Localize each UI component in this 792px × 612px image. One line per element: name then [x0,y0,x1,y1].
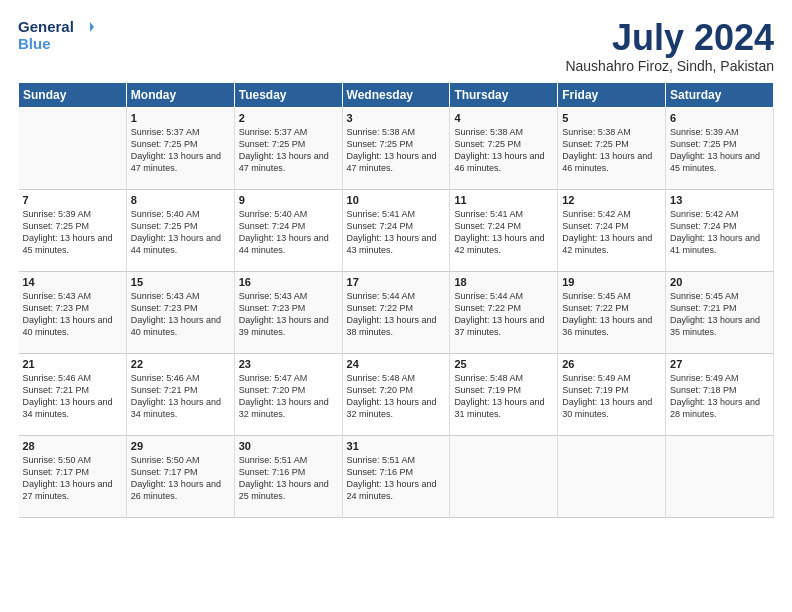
cell-daylight-info: Sunrise: 5:41 AM Sunset: 7:24 PM Dayligh… [347,208,446,257]
cell-daylight-info: Sunrise: 5:51 AM Sunset: 7:16 PM Dayligh… [239,454,338,503]
cell-daylight-info: Sunrise: 5:46 AM Sunset: 7:21 PM Dayligh… [131,372,230,421]
day-number: 27 [670,358,769,370]
logo-arrow-icon [76,18,94,36]
day-number: 11 [454,194,553,206]
day-number: 6 [670,112,769,124]
calendar-week-row: 21Sunrise: 5:46 AM Sunset: 7:21 PM Dayli… [19,353,774,435]
table-row: 31Sunrise: 5:51 AM Sunset: 7:16 PM Dayli… [342,435,450,517]
cell-daylight-info: Sunrise: 5:43 AM Sunset: 7:23 PM Dayligh… [131,290,230,339]
cell-daylight-info: Sunrise: 5:38 AM Sunset: 7:25 PM Dayligh… [347,126,446,175]
day-number: 15 [131,276,230,288]
col-monday: Monday [126,82,234,107]
title-block: July 2024 Naushahro Firoz, Sindh, Pakist… [565,18,774,74]
col-tuesday: Tuesday [234,82,342,107]
logo-text-general: General [18,19,74,36]
cell-daylight-info: Sunrise: 5:50 AM Sunset: 7:17 PM Dayligh… [23,454,122,503]
day-number: 2 [239,112,338,124]
cell-daylight-info: Sunrise: 5:49 AM Sunset: 7:18 PM Dayligh… [670,372,769,421]
cell-daylight-info: Sunrise: 5:40 AM Sunset: 7:24 PM Dayligh… [239,208,338,257]
table-row: 13Sunrise: 5:42 AM Sunset: 7:24 PM Dayli… [666,189,774,271]
cell-daylight-info: Sunrise: 5:45 AM Sunset: 7:21 PM Dayligh… [670,290,769,339]
page-title: July 2024 [565,18,774,58]
day-number: 14 [23,276,122,288]
day-number: 10 [347,194,446,206]
day-number: 21 [23,358,122,370]
table-row: 8Sunrise: 5:40 AM Sunset: 7:25 PM Daylig… [126,189,234,271]
calendar-week-row: 1Sunrise: 5:37 AM Sunset: 7:25 PM Daylig… [19,107,774,189]
table-row: 9Sunrise: 5:40 AM Sunset: 7:24 PM Daylig… [234,189,342,271]
cell-daylight-info: Sunrise: 5:42 AM Sunset: 7:24 PM Dayligh… [670,208,769,257]
table-row [558,435,666,517]
cell-daylight-info: Sunrise: 5:39 AM Sunset: 7:25 PM Dayligh… [23,208,122,257]
calendar-week-row: 28Sunrise: 5:50 AM Sunset: 7:17 PM Dayli… [19,435,774,517]
table-row: 19Sunrise: 5:45 AM Sunset: 7:22 PM Dayli… [558,271,666,353]
day-number: 3 [347,112,446,124]
day-number: 28 [23,440,122,452]
table-row: 20Sunrise: 5:45 AM Sunset: 7:21 PM Dayli… [666,271,774,353]
day-number: 12 [562,194,661,206]
table-row: 5Sunrise: 5:38 AM Sunset: 7:25 PM Daylig… [558,107,666,189]
table-row [666,435,774,517]
table-row: 17Sunrise: 5:44 AM Sunset: 7:22 PM Dayli… [342,271,450,353]
table-row: 7Sunrise: 5:39 AM Sunset: 7:25 PM Daylig… [19,189,127,271]
cell-daylight-info: Sunrise: 5:44 AM Sunset: 7:22 PM Dayligh… [454,290,553,339]
cell-daylight-info: Sunrise: 5:42 AM Sunset: 7:24 PM Dayligh… [562,208,661,257]
table-row: 28Sunrise: 5:50 AM Sunset: 7:17 PM Dayli… [19,435,127,517]
day-number: 1 [131,112,230,124]
col-sunday: Sunday [19,82,127,107]
col-thursday: Thursday [450,82,558,107]
cell-daylight-info: Sunrise: 5:50 AM Sunset: 7:17 PM Dayligh… [131,454,230,503]
col-wednesday: Wednesday [342,82,450,107]
cell-daylight-info: Sunrise: 5:40 AM Sunset: 7:25 PM Dayligh… [131,208,230,257]
table-row: 10Sunrise: 5:41 AM Sunset: 7:24 PM Dayli… [342,189,450,271]
day-number: 8 [131,194,230,206]
cell-daylight-info: Sunrise: 5:39 AM Sunset: 7:25 PM Dayligh… [670,126,769,175]
table-row: 2Sunrise: 5:37 AM Sunset: 7:25 PM Daylig… [234,107,342,189]
logo: General Blue [18,18,94,53]
day-number: 31 [347,440,446,452]
svg-marker-0 [80,22,94,32]
page: General Blue July 2024 Naushahro Firoz, … [0,0,792,612]
cell-daylight-info: Sunrise: 5:43 AM Sunset: 7:23 PM Dayligh… [239,290,338,339]
table-row: 1Sunrise: 5:37 AM Sunset: 7:25 PM Daylig… [126,107,234,189]
day-number: 19 [562,276,661,288]
day-number: 23 [239,358,338,370]
cell-daylight-info: Sunrise: 5:44 AM Sunset: 7:22 PM Dayligh… [347,290,446,339]
page-subtitle: Naushahro Firoz, Sindh, Pakistan [565,58,774,74]
day-number: 22 [131,358,230,370]
table-row: 29Sunrise: 5:50 AM Sunset: 7:17 PM Dayli… [126,435,234,517]
header-row: Sunday Monday Tuesday Wednesday Thursday… [19,82,774,107]
table-row: 25Sunrise: 5:48 AM Sunset: 7:19 PM Dayli… [450,353,558,435]
cell-daylight-info: Sunrise: 5:37 AM Sunset: 7:25 PM Dayligh… [239,126,338,175]
day-number: 29 [131,440,230,452]
col-friday: Friday [558,82,666,107]
calendar-week-row: 14Sunrise: 5:43 AM Sunset: 7:23 PM Dayli… [19,271,774,353]
table-row: 23Sunrise: 5:47 AM Sunset: 7:20 PM Dayli… [234,353,342,435]
cell-daylight-info: Sunrise: 5:45 AM Sunset: 7:22 PM Dayligh… [562,290,661,339]
table-row: 27Sunrise: 5:49 AM Sunset: 7:18 PM Dayli… [666,353,774,435]
table-row [450,435,558,517]
cell-daylight-info: Sunrise: 5:48 AM Sunset: 7:19 PM Dayligh… [454,372,553,421]
logo-text-blue: Blue [18,36,94,53]
table-row: 16Sunrise: 5:43 AM Sunset: 7:23 PM Dayli… [234,271,342,353]
day-number: 13 [670,194,769,206]
logo-container: General Blue [18,18,94,53]
table-row: 24Sunrise: 5:48 AM Sunset: 7:20 PM Dayli… [342,353,450,435]
day-number: 17 [347,276,446,288]
calendar-week-row: 7Sunrise: 5:39 AM Sunset: 7:25 PM Daylig… [19,189,774,271]
day-number: 24 [347,358,446,370]
day-number: 16 [239,276,338,288]
table-row: 11Sunrise: 5:41 AM Sunset: 7:24 PM Dayli… [450,189,558,271]
table-row: 6Sunrise: 5:39 AM Sunset: 7:25 PM Daylig… [666,107,774,189]
table-row: 15Sunrise: 5:43 AM Sunset: 7:23 PM Dayli… [126,271,234,353]
calendar-table: Sunday Monday Tuesday Wednesday Thursday… [18,82,774,518]
day-number: 4 [454,112,553,124]
table-row: 4Sunrise: 5:38 AM Sunset: 7:25 PM Daylig… [450,107,558,189]
table-row: 12Sunrise: 5:42 AM Sunset: 7:24 PM Dayli… [558,189,666,271]
day-number: 18 [454,276,553,288]
day-number: 7 [23,194,122,206]
day-number: 25 [454,358,553,370]
cell-daylight-info: Sunrise: 5:37 AM Sunset: 7:25 PM Dayligh… [131,126,230,175]
table-row: 18Sunrise: 5:44 AM Sunset: 7:22 PM Dayli… [450,271,558,353]
table-row: 14Sunrise: 5:43 AM Sunset: 7:23 PM Dayli… [19,271,127,353]
